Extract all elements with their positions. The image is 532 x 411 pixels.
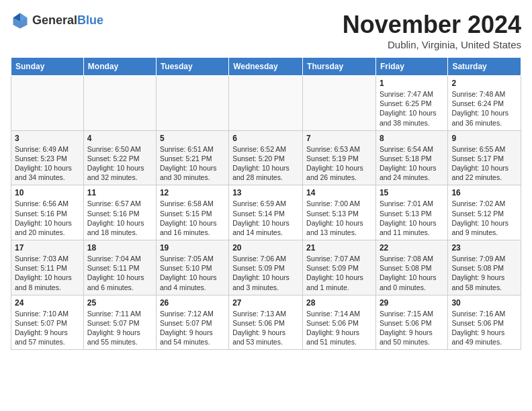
calendar-cell: 23Sunrise: 7:09 AM Sunset: 5:08 PM Dayli…	[448, 240, 521, 295]
calendar-cell: 25Sunrise: 7:11 AM Sunset: 5:07 PM Dayli…	[83, 295, 156, 350]
calendar-week-4: 17Sunrise: 7:03 AM Sunset: 5:11 PM Dayli…	[11, 240, 521, 295]
calendar-cell: 22Sunrise: 7:08 AM Sunset: 5:08 PM Dayli…	[375, 240, 447, 295]
day-number: 24	[15, 298, 80, 308]
calendar-cell: 29Sunrise: 7:15 AM Sunset: 5:06 PM Dayli…	[375, 295, 447, 350]
day-info: Sunrise: 6:52 AM Sunset: 5:20 PM Dayligh…	[232, 144, 299, 183]
day-info: Sunrise: 6:57 AM Sunset: 5:16 PM Dayligh…	[87, 199, 152, 237]
day-info: Sunrise: 7:01 AM Sunset: 5:13 PM Dayligh…	[380, 199, 444, 237]
day-info: Sunrise: 7:03 AM Sunset: 5:11 PM Dayligh…	[15, 254, 80, 292]
day-number: 5	[160, 134, 225, 143]
weekday-header-friday: Friday	[375, 58, 447, 76]
logo-blue-text: Blue	[77, 13, 103, 27]
calendar-cell: 3Sunrise: 6:49 AM Sunset: 5:23 PM Daylig…	[11, 130, 84, 185]
day-number: 17	[15, 243, 80, 253]
weekday-header-thursday: Thursday	[303, 58, 376, 76]
day-info: Sunrise: 7:07 AM Sunset: 5:09 PM Dayligh…	[306, 254, 372, 292]
calendar-week-3: 10Sunrise: 6:56 AM Sunset: 5:16 PM Dayli…	[11, 185, 521, 240]
calendar-cell: 12Sunrise: 6:58 AM Sunset: 5:15 PM Dayli…	[156, 185, 228, 240]
calendar-table: SundayMondayTuesdayWednesdayThursdayFrid…	[11, 57, 521, 350]
calendar-cell: 24Sunrise: 7:10 AM Sunset: 5:07 PM Dayli…	[11, 295, 84, 350]
day-number: 1	[380, 79, 444, 88]
day-info: Sunrise: 7:16 AM Sunset: 5:06 PM Dayligh…	[451, 309, 517, 347]
calendar-cell: 17Sunrise: 7:03 AM Sunset: 5:11 PM Dayli…	[11, 240, 84, 295]
calendar-cell: 16Sunrise: 7:02 AM Sunset: 5:12 PM Dayli…	[448, 185, 521, 240]
day-number: 19	[160, 243, 225, 253]
calendar-week-2: 3Sunrise: 6:49 AM Sunset: 5:23 PM Daylig…	[11, 130, 521, 185]
calendar-cell	[229, 76, 303, 131]
day-number: 3	[15, 134, 80, 143]
day-info: Sunrise: 7:09 AM Sunset: 5:08 PM Dayligh…	[451, 254, 517, 292]
day-number: 21	[306, 243, 372, 253]
month-title: November 2024	[343, 11, 521, 39]
calendar-body: 1Sunrise: 7:47 AM Sunset: 6:25 PM Daylig…	[11, 76, 521, 350]
calendar-cell	[11, 76, 84, 131]
calendar-cell: 9Sunrise: 6:55 AM Sunset: 5:17 PM Daylig…	[448, 130, 521, 185]
day-number: 7	[306, 134, 372, 143]
calendar-cell: 21Sunrise: 7:07 AM Sunset: 5:09 PM Dayli…	[303, 240, 376, 295]
day-info: Sunrise: 6:58 AM Sunset: 5:15 PM Dayligh…	[160, 199, 225, 237]
day-info: Sunrise: 6:54 AM Sunset: 5:18 PM Dayligh…	[380, 144, 444, 183]
day-number: 4	[87, 134, 152, 143]
day-number: 23	[451, 243, 517, 253]
calendar-cell: 2Sunrise: 7:48 AM Sunset: 6:24 PM Daylig…	[448, 76, 521, 131]
day-number: 18	[87, 243, 152, 253]
calendar-cell	[303, 76, 376, 131]
calendar-cell: 19Sunrise: 7:05 AM Sunset: 5:10 PM Dayli…	[156, 240, 228, 295]
day-info: Sunrise: 7:00 AM Sunset: 5:13 PM Dayligh…	[306, 199, 372, 237]
day-number: 9	[451, 134, 517, 143]
weekday-header-saturday: Saturday	[448, 58, 521, 76]
calendar-week-1: 1Sunrise: 7:47 AM Sunset: 6:25 PM Daylig…	[11, 76, 521, 131]
day-info: Sunrise: 7:04 AM Sunset: 5:11 PM Dayligh…	[87, 254, 152, 292]
calendar-cell: 20Sunrise: 7:06 AM Sunset: 5:09 PM Dayli…	[229, 240, 303, 295]
day-info: Sunrise: 7:06 AM Sunset: 5:09 PM Dayligh…	[232, 254, 299, 292]
calendar-cell: 28Sunrise: 7:14 AM Sunset: 5:06 PM Dayli…	[303, 295, 376, 350]
day-info: Sunrise: 6:53 AM Sunset: 5:19 PM Dayligh…	[306, 144, 372, 183]
calendar-cell: 10Sunrise: 6:56 AM Sunset: 5:16 PM Dayli…	[11, 185, 84, 240]
day-info: Sunrise: 7:11 AM Sunset: 5:07 PM Dayligh…	[87, 309, 152, 347]
location-title: Dublin, Virginia, United States	[343, 39, 521, 50]
day-info: Sunrise: 6:59 AM Sunset: 5:14 PM Dayligh…	[232, 199, 299, 237]
weekday-header-sunday: Sunday	[11, 58, 84, 76]
day-info: Sunrise: 7:12 AM Sunset: 5:07 PM Dayligh…	[160, 309, 225, 347]
weekday-header-wednesday: Wednesday	[229, 58, 303, 76]
day-number: 29	[380, 298, 444, 308]
day-info: Sunrise: 6:56 AM Sunset: 5:16 PM Dayligh…	[15, 199, 80, 237]
day-number: 11	[87, 188, 152, 197]
day-info: Sunrise: 7:14 AM Sunset: 5:06 PM Dayligh…	[306, 309, 372, 347]
day-info: Sunrise: 7:02 AM Sunset: 5:12 PM Dayligh…	[451, 199, 517, 237]
header: GeneralBlue November 2024 Dublin, Virgin…	[11, 11, 521, 50]
day-number: 28	[306, 298, 372, 308]
day-info: Sunrise: 6:55 AM Sunset: 5:17 PM Dayligh…	[451, 144, 517, 183]
day-number: 22	[380, 243, 444, 253]
day-info: Sunrise: 7:13 AM Sunset: 5:06 PM Dayligh…	[232, 309, 299, 347]
weekday-header-monday: Monday	[83, 58, 156, 76]
logo: GeneralBlue	[11, 11, 103, 30]
calendar-cell: 27Sunrise: 7:13 AM Sunset: 5:06 PM Dayli…	[229, 295, 303, 350]
calendar-cell: 18Sunrise: 7:04 AM Sunset: 5:11 PM Dayli…	[83, 240, 156, 295]
logo-general-text: General	[32, 13, 77, 27]
day-number: 10	[15, 188, 80, 197]
day-info: Sunrise: 7:47 AM Sunset: 6:25 PM Dayligh…	[380, 89, 444, 128]
day-info: Sunrise: 7:48 AM Sunset: 6:24 PM Dayligh…	[451, 89, 517, 128]
calendar-cell: 11Sunrise: 6:57 AM Sunset: 5:16 PM Dayli…	[83, 185, 156, 240]
day-number: 27	[232, 298, 299, 308]
logo-icon	[11, 11, 30, 30]
calendar-cell: 26Sunrise: 7:12 AM Sunset: 5:07 PM Dayli…	[156, 295, 228, 350]
calendar-cell: 15Sunrise: 7:01 AM Sunset: 5:13 PM Dayli…	[375, 185, 447, 240]
day-info: Sunrise: 7:05 AM Sunset: 5:10 PM Dayligh…	[160, 254, 225, 292]
calendar-cell: 30Sunrise: 7:16 AM Sunset: 5:06 PM Dayli…	[448, 295, 521, 350]
day-info: Sunrise: 6:50 AM Sunset: 5:22 PM Dayligh…	[87, 144, 152, 183]
day-number: 26	[160, 298, 225, 308]
day-number: 8	[380, 134, 444, 143]
day-number: 2	[451, 79, 517, 88]
calendar-cell	[83, 76, 156, 131]
title-area: November 2024 Dublin, Virginia, United S…	[343, 11, 521, 50]
day-info: Sunrise: 6:51 AM Sunset: 5:21 PM Dayligh…	[160, 144, 225, 183]
day-info: Sunrise: 7:15 AM Sunset: 5:06 PM Dayligh…	[380, 309, 444, 347]
day-number: 15	[380, 188, 444, 197]
calendar-cell	[156, 76, 228, 131]
day-info: Sunrise: 7:08 AM Sunset: 5:08 PM Dayligh…	[380, 254, 444, 292]
calendar-cell: 13Sunrise: 6:59 AM Sunset: 5:14 PM Dayli…	[229, 185, 303, 240]
day-number: 30	[451, 298, 517, 308]
day-number: 16	[451, 188, 517, 197]
